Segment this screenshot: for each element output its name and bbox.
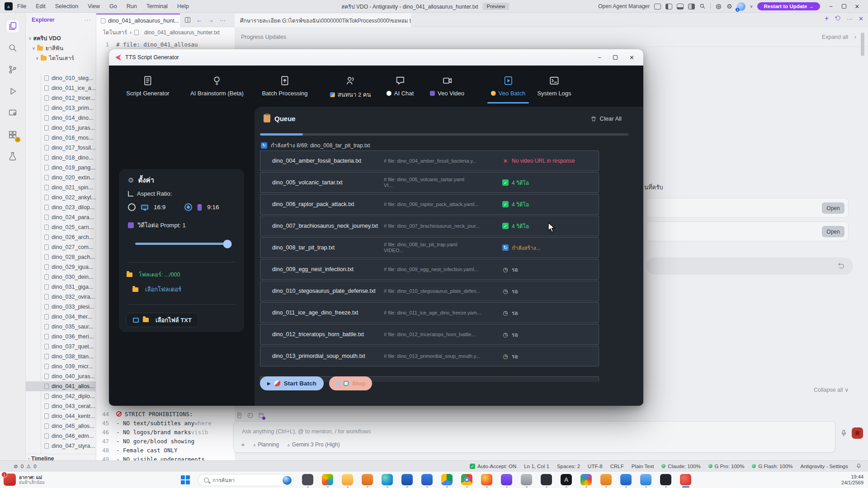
tab-veo-batch[interactable]: Veo Batch [491,75,525,97]
notifications-bell-icon[interactable] [856,463,862,469]
agent-manager-tab[interactable]: ศึกษารายละเอียด G:\ไดรฟ์ของฉัน\0000000Ti… [235,14,411,27]
tree-file-item[interactable]: dino_043_cerat... [26,401,96,411]
warnings-count[interactable]: 0 [33,464,36,469]
tree-file-item[interactable]: dino_012_tricer... [26,93,96,103]
cursor-position[interactable]: Ln 1, Col 1 [524,464,549,469]
tree-file-item[interactable]: dino_041_allos... [26,381,96,391]
nav-back-icon[interactable]: ← [196,17,202,23]
tree-file-item[interactable]: dino_011_ice_a... [26,83,96,93]
terminal-chip-icon[interactable] [247,412,254,419]
nav-forward-icon[interactable]: → [208,17,214,23]
timeline-section[interactable]: ›Timeline [26,454,96,460]
menu-item[interactable]: Go [109,3,117,9]
tree-file-item[interactable]: dino_010_steg... [26,73,96,83]
taskbar-clock[interactable]: 19:44 24/1/2569 [841,474,863,486]
close-button[interactable]: ✕ [851,3,863,10]
gemini-icon[interactable] [715,3,722,10]
breadcrumb-folder[interactable]: ไดโนเสาร์ [103,28,127,37]
microphone-icon[interactable] [840,429,848,437]
more-actions-icon[interactable]: ··· [84,16,91,23]
tab-script-generator[interactable]: Script Generator [126,75,169,97]
expand-all-button[interactable]: Expand all [822,34,848,40]
open-button[interactable]: Open [822,202,844,214]
breadcrumb-file[interactable]: dino_041_allosaurus_hunter.txt [144,29,220,36]
panel-left-icon[interactable] [665,4,672,9]
menu-item[interactable]: File [17,3,26,9]
gflash-quota[interactable]: G Flash: 100% [752,464,793,469]
agent-more-icon[interactable]: ··· [847,15,853,22]
tree-file-item[interactable]: dino_021_spin... [26,183,96,192]
undo-icon[interactable] [837,262,845,270]
tree-folder[interactable]: ∨ ยาสีฟัน [26,43,96,53]
open-button[interactable]: Open [822,226,844,237]
security-icon[interactable] [362,474,373,485]
chevron-left-icon[interactable]: ‹ [854,33,856,40]
tree-file-item[interactable]: dino_039_micr... [26,361,96,371]
tree-file-item[interactable]: dino_034_ther... [26,312,96,322]
tree-file-item[interactable]: dino_017_fossil... [26,143,96,153]
weather-widget[interactable]: 1 อากาศ: แม่ ฝนฟ้าเล็กน้อย [4,474,45,486]
tree-file-item[interactable]: dino_024_para... [26,212,96,222]
edge-icon[interactable] [382,474,393,485]
tree-file-item[interactable]: dino_015_juras... [26,123,96,133]
menu-item[interactable]: Run [127,3,137,9]
tree-file-item[interactable]: dino_026_arch... [26,232,96,242]
preview-button[interactable]: Preview [482,3,509,10]
tab-batch-processing[interactable]: Batch Processing [262,75,307,97]
mouse-icon[interactable] [620,474,632,485]
tree-file-item[interactable]: dino_019_pang... [26,163,96,173]
remote-window-icon[interactable] [6,107,19,119]
tree-file-item[interactable]: dino_023_dilop... [26,202,96,212]
model-dropdown[interactable]: ∧Gemini 3 Pro (High) [287,441,340,448]
choose-txt-files-button[interactable]: เลือกไฟล์ TXT [126,313,198,327]
tree-file-item[interactable]: dino_029_igua... [26,262,96,272]
tree-folder[interactable]: ∨ ไดโนเสาร์ [26,53,96,63]
search-sidebar-icon[interactable] [6,42,19,54]
errors-icon[interactable]: ⊘ [14,463,18,469]
errors-count[interactable]: 0 [21,464,24,469]
browser-icon[interactable] [481,474,492,485]
copilot-icon[interactable] [322,474,333,485]
planning-dropdown[interactable]: ∧Planning [253,441,279,448]
tree-file-item[interactable]: dino_047_styra... [26,441,96,451]
outlook-icon[interactable] [401,474,413,485]
radio-9-16-selected[interactable] [184,203,192,211]
tree-file-item[interactable]: dino_020_extin... [26,173,96,183]
choose-folder-button[interactable]: เลือกโฟลเดอร์ [132,285,181,294]
menu-item[interactable]: Terminal [146,3,168,9]
chevron-down-icon[interactable]: ∨ [750,4,753,9]
tree-file-item[interactable]: dino_044_kentr... [26,411,96,421]
google-app-icon[interactable] [580,474,592,485]
tree-file-item[interactable]: dino_035_saur... [26,322,96,332]
claude-quota[interactable]: Claude: 100% [661,464,700,469]
open-agent-manager-button[interactable]: Open Agent Manager [598,3,650,9]
start-button[interactable] [181,475,190,485]
editor-more-icon[interactable]: ··· [220,17,226,23]
collapse-all-button[interactable]: Collapse all ∨ [814,386,849,393]
clear-all-button[interactable]: Clear All [590,115,622,122]
antigravity-icon[interactable] [680,474,691,485]
tab-ai-brainstorm[interactable]: AI Brainstorm (Beta) [190,75,244,97]
tab-veo-video[interactable]: Veo Video [430,75,464,97]
queue-row[interactable]: dino_005_volcanic_tartar.txt # file: din… [260,172,599,193]
videos-per-prompt-slider[interactable] [135,243,230,245]
tree-file-item[interactable]: dino_028_pach... [26,252,96,262]
tree-file-item[interactable]: dino_042_diplo... [26,391,96,401]
settings-gear-icon[interactable] [521,474,532,485]
dialog-close-button[interactable]: ✕ [629,54,634,61]
search-icon[interactable] [699,3,706,9]
queue-row[interactable]: dino_013_primordial_soup_mouth.txt # fil… [260,346,599,366]
stop-button[interactable]: Stop [329,376,372,390]
auto-accept-toggle[interactable]: ✓Auto-Accept: ON [470,464,516,469]
editor-tab-active[interactable]: dino_041_allosaurus_hunt... [96,14,180,27]
queue-row[interactable]: dino_006_raptor_pack_attack.txt # file: … [260,194,599,215]
split-editor-icon[interactable] [185,17,190,23]
onenote-icon[interactable] [501,474,512,485]
explorer-icon[interactable] [6,20,19,33]
file-attach-icon[interactable] [236,412,243,419]
anydesk-icon[interactable] [640,474,651,485]
extensions-icon[interactable]: ⚠ [6,128,19,141]
notepad-icon[interactable] [302,474,313,485]
ratio-9-16-label[interactable]: 9:16 [207,204,219,211]
tree-file-item[interactable]: dino_033_plesi... [26,302,96,312]
